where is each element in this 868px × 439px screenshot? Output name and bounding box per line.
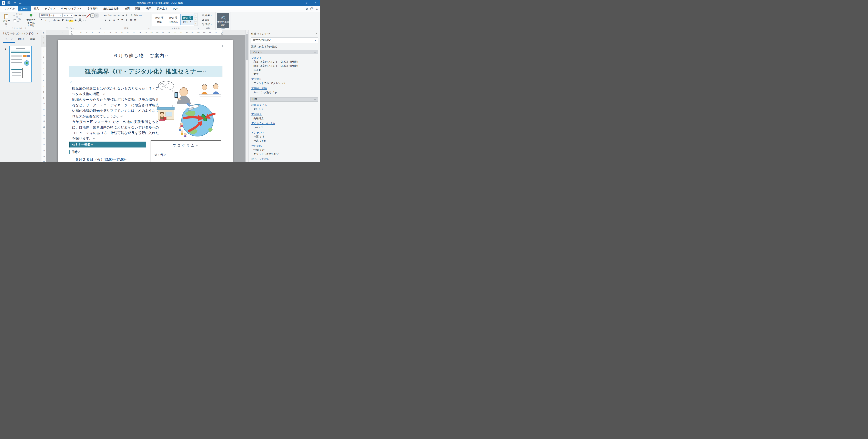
kenten-icon[interactable]: 々 <box>82 18 86 22</box>
tab-file[interactable]: ファイル <box>2 6 17 11</box>
section-header-font[interactable]: フォント — <box>250 50 318 54</box>
enclose-character-icon[interactable]: 字 <box>78 18 82 22</box>
align-left-icon[interactable]: ≡ <box>103 18 107 22</box>
clear-formatting-icon[interactable]: A <box>86 13 90 18</box>
replace-button[interactable]: ⇄ 置換 <box>202 18 214 22</box>
tab-home[interactable]: ホーム <box>18 6 31 11</box>
collapse-section-icon[interactable]: — <box>314 98 316 101</box>
task-pane-close-icon[interactable]: ✕ <box>315 32 317 35</box>
close-button[interactable]: × <box>311 0 320 6</box>
task-pane-mode-select[interactable]: 書式の詳細設定 ▾ <box>251 37 318 43</box>
style-no-spacing[interactable]: かカ漢 行間詰め <box>166 14 180 25</box>
tab-developer[interactable]: 開発 <box>133 6 143 11</box>
distribute-icon[interactable]: ≣ <box>121 18 125 22</box>
paste-dropdown-caret[interactable]: ▾ <box>6 26 7 27</box>
link-outline-level[interactable]: アウトラインレベル <box>251 122 275 125</box>
find-button[interactable]: 検索▾ <box>202 13 214 18</box>
tab-insert[interactable]: 挿入 <box>31 6 42 11</box>
styles-more-icon[interactable]: ▾ <box>194 22 197 26</box>
format-painter-button[interactable]: 書式のコピー/貼り付け <box>25 13 37 28</box>
tab-pdf[interactable]: PDF <box>170 6 181 11</box>
hanging-indent-marker[interactable] <box>71 33 73 34</box>
justify-icon[interactable]: ≣ <box>116 18 120 22</box>
show-marks-icon[interactable]: ¶ <box>129 13 133 17</box>
h-ruler[interactable]: 2246810121416182022242628303234363840424… <box>46 30 245 35</box>
font-color-icon[interactable]: A <box>74 19 78 22</box>
multilevel-list-icon[interactable]: ⁝≡ <box>112 13 116 17</box>
tab-selector[interactable]: L <box>41 30 46 35</box>
decrease-indent-icon[interactable]: ⇤ <box>117 13 121 17</box>
minimize-button[interactable]: — <box>293 0 302 6</box>
maximize-button[interactable]: □ <box>302 0 311 6</box>
link-alignment[interactable]: 文字揃え <box>251 113 261 116</box>
align-right-icon[interactable]: ≡ <box>112 18 116 22</box>
increase-indent-icon[interactable]: ⇥ <box>121 13 125 17</box>
page-thumbnail[interactable] <box>9 46 32 83</box>
styles-scroll-down-icon[interactable]: ▾ <box>194 18 197 22</box>
strikethrough-icon[interactable]: ab <box>52 18 56 22</box>
first-line-indent-marker[interactable] <box>71 31 73 32</box>
link-char-width-spacing[interactable]: 文字幅と間隔 <box>251 87 267 90</box>
collapse-ribbon-icon[interactable]: ∧ <box>316 7 318 10</box>
decrease-font-size-icon[interactable]: A▾ <box>78 13 82 18</box>
shading-icon[interactable]: ▦ <box>129 18 133 22</box>
tab-design[interactable]: デザイン <box>42 6 58 11</box>
change-case-icon[interactable]: Aa <box>82 13 86 18</box>
character-border-icon[interactable]: A <box>90 13 94 18</box>
increase-font-size-icon[interactable]: A▴ <box>74 13 78 18</box>
styles-scroll-up-icon[interactable]: ▴ <box>194 13 197 18</box>
help-icon[interactable]: ? <box>310 7 313 10</box>
font-name-select[interactable]: 游明朝(本文)▾ <box>39 13 62 18</box>
right-indent-marker[interactable] <box>221 33 223 34</box>
nav-tab-headings[interactable]: 見出し <box>16 37 27 43</box>
text-direction-icon[interactable]: ⇋ <box>138 13 143 17</box>
line-spacing-icon[interactable]: ⇕ <box>125 18 129 22</box>
tab-review[interactable]: 校閲 <box>122 6 132 11</box>
link-paragraph-style[interactable]: 段落スタイル <box>251 103 267 107</box>
nav-tab-pages[interactable]: ページ <box>3 37 15 43</box>
collapse-section-icon[interactable]: — <box>314 51 316 54</box>
link-line-spacing[interactable]: 行の間隔 <box>251 144 261 148</box>
bullet-list-icon[interactable]: •≡ <box>103 13 107 17</box>
borders-icon[interactable]: ⊞ <box>133 18 137 22</box>
navigation-close-icon[interactable]: ✕ <box>37 32 39 35</box>
character-shading-icon[interactable]: A <box>94 13 98 18</box>
style-normal[interactable]: かカ漢 標準 <box>153 14 166 25</box>
save-icon[interactable] <box>7 1 11 5</box>
tab-page-layout[interactable]: ページレイアウト <box>58 6 84 11</box>
scroll-up-icon[interactable]: ▴ <box>246 30 249 33</box>
copy-button[interactable]: コピー <box>12 18 24 23</box>
settings-gear-icon[interactable]: ⚙ <box>306 7 308 10</box>
paste-button[interactable]: 貼り付け ▾ <box>1 13 11 28</box>
subscript-icon[interactable]: A₂ <box>57 18 61 22</box>
scrollbar-thumb[interactable] <box>246 34 248 60</box>
italic-icon[interactable]: I <box>44 18 48 22</box>
ruby-icon[interactable]: 亜 <box>65 18 69 22</box>
align-center-icon[interactable]: ≡ <box>108 18 112 22</box>
underline-icon[interactable]: U <box>48 18 52 22</box>
section-header-paragraph[interactable]: 段落 — <box>250 97 318 102</box>
nav-tab-search[interactable]: 検索 <box>28 37 37 43</box>
customize-toolbar-icon[interactable] <box>19 1 22 5</box>
tab-read-aloud[interactable]: 読み上げ <box>154 6 170 11</box>
tab-view[interactable]: 表示 <box>144 6 154 11</box>
link-page-break[interactable]: 改ページと改行 <box>251 157 269 161</box>
undo-icon[interactable]: ↶ <box>13 1 17 5</box>
numbered-list-icon[interactable]: 1≡ <box>108 13 112 17</box>
bold-icon[interactable]: B <box>39 18 43 22</box>
highlight-color-icon[interactable]: あ <box>69 18 73 22</box>
link-font[interactable]: フォント <box>251 56 262 59</box>
superscript-icon[interactable]: A² <box>61 18 65 22</box>
select-button[interactable]: 選択▾ <box>202 22 214 27</box>
tab-icon[interactable]: Tab <box>134 13 138 17</box>
v-ruler[interactable]: 211234567891011121314151617181920 <box>41 35 46 162</box>
link-indent[interactable]: インデント <box>251 131 265 134</box>
tab-references[interactable]: 参考資料 <box>85 6 100 11</box>
tab-mailings[interactable]: 差し込み文書 <box>101 6 122 11</box>
vertical-scrollbar[interactable]: ▴ <box>245 30 249 162</box>
style-heading1[interactable]: かカ漢 見出し 1 <box>180 14 194 25</box>
font-size-select[interactable]: 10.5▾ <box>62 13 73 18</box>
document-page[interactable]: ６月の催し物 ご案内↵ 観光業界《IT・デジタル化》推進セミナー↵ ↵ 観光業の… <box>58 40 232 162</box>
link-text-decoration[interactable]: 文字飾り <box>251 77 261 81</box>
format-details-button[interactable]: A 書式の詳細設定 <box>217 13 229 28</box>
